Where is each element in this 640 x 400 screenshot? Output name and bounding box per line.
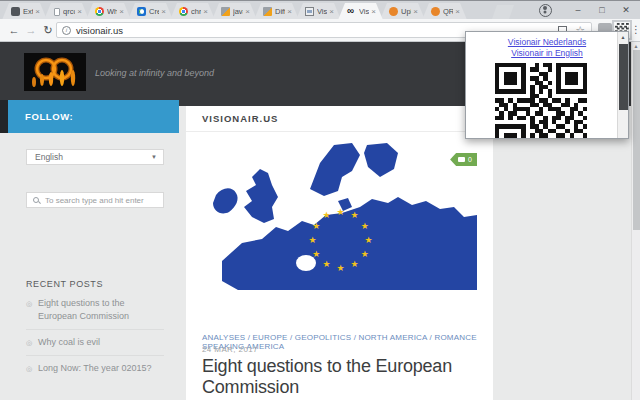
popup-link[interactable]: Visionair Nederlands	[466, 37, 628, 48]
tab[interactable]: Uploa×	[380, 3, 425, 20]
eu-star-icon: ★	[361, 222, 369, 231]
tab[interactable]: Extens×	[2, 3, 47, 20]
tab-close-icon[interactable]: ×	[35, 7, 40, 16]
tab[interactable]: What×	[86, 3, 131, 20]
site-title: VISIONAIR.US	[186, 106, 493, 132]
tab-strip-tabs: Extens×qrcod×What×Creati×chron×javasc×Di…	[2, 3, 464, 20]
close-button[interactable]: ✕	[614, 2, 638, 18]
main-content: VISIONAIR.US 0 ★★★★	[186, 106, 493, 400]
tab-close-icon[interactable]: ×	[329, 7, 334, 16]
tab[interactable]: javasc×	[212, 3, 257, 20]
tab-close-icon[interactable]: ×	[119, 7, 124, 16]
tab[interactable]: Differ×	[254, 3, 299, 20]
popup-scrollbar[interactable]: ▲	[617, 32, 628, 138]
recent-post-link[interactable]: ◎Eight questions to the European Commiss…	[26, 291, 164, 330]
follow-bar: FOLLOW:	[8, 100, 179, 133]
refresh-button[interactable]: ↻	[40, 22, 56, 38]
tab-label: Differ	[275, 7, 285, 16]
page-scrollbar[interactable]: ▲	[631, 42, 640, 400]
eu-star-icon: ★	[351, 211, 359, 220]
tab-close-icon[interactable]: ×	[77, 7, 82, 16]
tab-label: Creati	[149, 7, 159, 16]
tab[interactable]: Vision×	[338, 3, 383, 20]
page-info-icon[interactable]: i	[62, 26, 71, 35]
eu-star-icon: ★	[351, 260, 359, 269]
tab[interactable]: chron×	[170, 3, 215, 20]
recent-posts-heading: RECENT POSTS	[26, 279, 103, 289]
language-selected-value: English	[35, 152, 151, 162]
window-controls: – □ ✕	[539, 1, 638, 19]
search-icon	[33, 197, 39, 203]
eu-star-icon: ★	[323, 211, 331, 220]
tab-close-icon[interactable]: ×	[371, 7, 376, 16]
tab-label: qrcod	[63, 7, 75, 16]
tab-close-icon[interactable]: ×	[245, 7, 250, 16]
tab-label: What	[107, 7, 117, 16]
extension-puzzle-icon	[11, 7, 20, 16]
pencil-icon	[263, 7, 272, 16]
tab-label: Vision	[359, 7, 369, 16]
tab-close-icon[interactable]: ×	[203, 7, 208, 16]
eu-star-icon: ★	[365, 236, 373, 245]
tab[interactable]: Vision×	[296, 3, 341, 20]
bullet-icon: ◎	[26, 336, 38, 349]
post-title[interactable]: Eight questions to the European Commissi…	[202, 356, 494, 398]
qr-cell	[583, 138, 587, 139]
search-input[interactable]	[43, 195, 163, 206]
tab-strip: Extens×qrcod×What×Creati×chron×javasc×Di…	[0, 0, 640, 19]
minimize-button[interactable]: –	[566, 2, 590, 18]
tab[interactable]: Creati×	[128, 3, 173, 20]
post-featured-image[interactable]: 0 ★★★★★★★★★★★★	[202, 143, 477, 290]
search-box[interactable]	[26, 192, 164, 208]
qr-code	[495, 63, 587, 139]
tab-close-icon[interactable]: ×	[287, 7, 292, 16]
recent-post-text: Eight questions to the European Commissi…	[38, 297, 164, 323]
recent-post-text: Why coal is evil	[38, 336, 100, 349]
chevron-down-icon: ▼	[151, 154, 157, 160]
new-tab-button[interactable]	[492, 5, 514, 19]
orange-dot-icon	[431, 7, 440, 16]
tab-label: QR UI	[443, 7, 453, 16]
tab-close-icon[interactable]: ×	[161, 7, 166, 16]
tab-label: chron	[191, 7, 201, 16]
qr-extension-popup: Visionair NederlandsVisionair in English…	[465, 31, 629, 139]
comment-bubble-icon	[458, 157, 465, 162]
bullet-icon: ◎	[26, 362, 38, 375]
recent-post-link[interactable]: ◎Why coal is evil	[26, 330, 164, 356]
browser-menu-icon[interactable]: ⋮	[631, 22, 640, 38]
sidebar: English ▼ RECENT POSTS ◎Eight questions …	[8, 133, 179, 400]
popup-link[interactable]: Visionair in English	[466, 48, 628, 59]
forward-button[interactable]: →	[23, 22, 39, 38]
tab-label: Vision	[317, 7, 327, 16]
eu-star-icon: ★	[337, 264, 345, 273]
chrome-icon	[95, 7, 104, 16]
site-logo[interactable]	[24, 53, 86, 91]
profile-icon[interactable]	[539, 4, 552, 17]
comment-count: 0	[468, 156, 472, 163]
tab-close-icon[interactable]: ×	[455, 7, 460, 16]
blue-app-icon	[137, 7, 146, 16]
scrollbar-thumb[interactable]	[633, 50, 640, 230]
document-icon	[54, 8, 60, 16]
tab-label: javasc	[233, 7, 243, 16]
language-select[interactable]: English ▼	[26, 149, 164, 165]
tab[interactable]: QR UI×	[422, 3, 467, 20]
eu-star-icon: ★	[312, 222, 320, 231]
post-date: 24 MAR, 2017	[202, 345, 258, 354]
eu-star-icon: ★	[309, 236, 317, 245]
popup-scrollbar-thumb[interactable]	[619, 44, 628, 110]
tab[interactable]: qrcod×	[44, 3, 89, 20]
tab-label: Extens	[23, 7, 33, 16]
eu-star-icon: ★	[337, 208, 345, 217]
back-button[interactable]: ←	[6, 22, 22, 38]
pencil-icon	[221, 7, 230, 16]
popup-links: Visionair NederlandsVisionair in English	[466, 37, 628, 59]
orange-dot-icon	[389, 7, 398, 16]
popup-scrollbar-up-icon[interactable]: ▲	[618, 32, 628, 42]
recent-posts-list: ◎Eight questions to the European Commiss…	[26, 291, 164, 381]
maximize-button[interactable]: □	[590, 2, 614, 18]
screenshot-icon	[305, 7, 314, 16]
scrollbar-up-icon[interactable]: ▲	[632, 42, 640, 50]
tab-close-icon[interactable]: ×	[413, 7, 418, 16]
recent-post-link[interactable]: ◎Long Now: The year 02015?	[26, 356, 164, 381]
